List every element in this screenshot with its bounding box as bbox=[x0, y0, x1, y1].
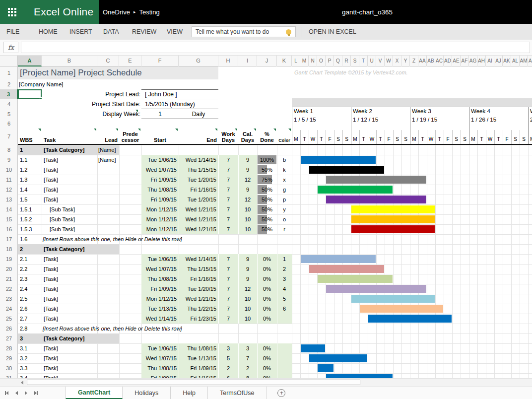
cell-start-15[interactable]: Mon 1/12/15 bbox=[141, 214, 177, 224]
cell-start-14[interactable]: Mon 1/12/15 bbox=[141, 204, 177, 214]
week-date-1[interactable]: 1 / 5 / 15 bbox=[294, 117, 348, 125]
cell-end-23[interactable]: Wed 1/21/15 bbox=[179, 294, 216, 304]
cell-color-12[interactable]: g bbox=[277, 185, 292, 195]
cell-task-27[interactable]: [Task Category] bbox=[44, 333, 97, 343]
cell-workdays-9[interactable]: 7 bbox=[218, 155, 238, 165]
column-header-AE[interactable]: AE bbox=[452, 56, 461, 66]
cell-workdays-12[interactable]: 7 bbox=[218, 185, 238, 195]
cell-workdays-28[interactable]: 3 bbox=[218, 343, 238, 353]
cell-caldays-16[interactable]: 10 bbox=[238, 224, 257, 234]
cell-wbs-19[interactable]: 2.1 bbox=[20, 254, 42, 264]
cell-color-9[interactable]: b bbox=[277, 155, 292, 165]
cell-start-20[interactable]: Wed 1/07/15 bbox=[141, 264, 177, 274]
row-header-11[interactable]: 11 bbox=[0, 175, 18, 185]
cell-workdays-23[interactable]: 7 bbox=[218, 294, 238, 304]
cell-caldays-30[interactable]: 2 bbox=[238, 363, 257, 373]
row-header-8[interactable]: 8 bbox=[0, 145, 18, 155]
cell-start-23[interactable]: Mon 1/12/15 bbox=[141, 294, 177, 304]
cell-start-16[interactable]: Mon 1/12/15 bbox=[141, 224, 177, 234]
cell-start-30[interactable]: Thu 1/08/15 bbox=[141, 363, 177, 373]
cell-caldays-24[interactable]: 10 bbox=[238, 304, 257, 314]
cell-workdays-22[interactable]: 7 bbox=[218, 284, 238, 294]
cell-caldays-9[interactable]: 9 bbox=[238, 155, 257, 165]
cell-end-20[interactable]: Thu 1/15/15 bbox=[179, 264, 216, 274]
day-letter-cell[interactable]: M bbox=[410, 135, 418, 144]
cell-color-21[interactable]: 3 bbox=[277, 274, 292, 284]
cell-start-25[interactable]: Wed 1/14/15 bbox=[141, 314, 177, 324]
row-header-6[interactable]: 6 bbox=[0, 119, 18, 128]
day-letter-cell[interactable]: M bbox=[351, 135, 359, 144]
cell-workdays-11[interactable]: 7 bbox=[218, 175, 238, 185]
row-header-3[interactable]: 3 bbox=[0, 89, 18, 99]
column-header-P[interactable]: P bbox=[326, 56, 334, 66]
menu-data[interactable]: DATA bbox=[103, 24, 119, 40]
cell-caldays-22[interactable]: 12 bbox=[238, 284, 257, 294]
day-letter-cell[interactable]: S bbox=[401, 135, 410, 144]
table-header-end[interactable]: End bbox=[180, 128, 217, 144]
cell-wbs-9[interactable]: 1.1 bbox=[20, 155, 42, 165]
cell-done-31[interactable]: 0% bbox=[257, 373, 277, 378]
fill-handle[interactable] bbox=[40, 97, 42, 100]
cell-lead-8[interactable]: [Name] bbox=[98, 145, 120, 155]
cell-task-24[interactable]: [Task] bbox=[44, 304, 96, 314]
row-header-26[interactable]: 26 bbox=[0, 324, 18, 333]
cell-wbs-22[interactable]: 2.4 bbox=[20, 284, 42, 294]
week-label-2[interactable]: Week 2 bbox=[353, 108, 407, 116]
last-sheet-icon[interactable] bbox=[34, 391, 38, 396]
row-header-17[interactable]: 17 bbox=[0, 234, 18, 244]
cell-end-25[interactable]: Fri 1/23/15 bbox=[179, 314, 216, 324]
day-letter-cell[interactable]: M bbox=[528, 135, 532, 144]
cell-start-28[interactable]: Tue 1/06/15 bbox=[141, 343, 177, 353]
sheet-tab-holidays[interactable]: Holidays bbox=[123, 387, 171, 399]
cell-end-19[interactable]: Wed 1/14/15 bbox=[179, 254, 216, 264]
row-header-20[interactable]: 20 bbox=[0, 264, 18, 274]
column-header-R[interactable]: R bbox=[342, 56, 351, 66]
search-input[interactable] bbox=[192, 27, 286, 36]
column-header-M[interactable]: M bbox=[300, 56, 309, 66]
display-week-value-cell[interactable]: 1 bbox=[141, 109, 179, 119]
day-letter-cell[interactable]: M bbox=[469, 135, 477, 144]
cell-start-9[interactable]: Tue 1/06/15 bbox=[141, 155, 177, 165]
day-letter-cell[interactable]: T bbox=[435, 135, 444, 144]
day-letter-cell[interactable]: S bbox=[520, 135, 528, 144]
formula-input[interactable] bbox=[21, 42, 530, 53]
next-sheet-icon[interactable] bbox=[25, 391, 27, 396]
week-label-5[interactable]: Week 5 bbox=[530, 108, 532, 116]
column-header-Z[interactable]: Z bbox=[410, 56, 418, 66]
cell-wbs-29[interactable]: 3.2 bbox=[20, 353, 42, 363]
cell-done-23[interactable]: 0% bbox=[257, 294, 277, 304]
cell-caldays-28[interactable]: 3 bbox=[238, 343, 257, 353]
cell-caldays-29[interactable]: 7 bbox=[238, 353, 257, 363]
cell-wbs-18[interactable]: 2 bbox=[20, 244, 42, 254]
row-header-7[interactable]: 7 bbox=[0, 128, 18, 145]
cell-workdays-24[interactable]: 7 bbox=[218, 304, 238, 314]
week-date-2[interactable]: 1 / 12 / 15 bbox=[353, 117, 407, 125]
field-value-0[interactable]: [ John Doe ] bbox=[145, 89, 224, 99]
row-header-2[interactable]: 2 bbox=[0, 79, 18, 89]
row-header-27[interactable]: 27 bbox=[0, 333, 18, 343]
column-header-S[interactable]: S bbox=[351, 56, 359, 66]
cell-task-12[interactable]: [Task] bbox=[44, 185, 96, 195]
column-header-G[interactable]: G bbox=[179, 56, 218, 66]
cell-task-14[interactable]: [Sub Task] bbox=[50, 204, 102, 214]
row-header-13[interactable]: 13 bbox=[0, 195, 18, 204]
day-letter-cell[interactable]: S bbox=[452, 135, 461, 144]
menu-review[interactable]: REVIEW bbox=[132, 24, 156, 40]
row-header-10[interactable]: 10 bbox=[0, 165, 18, 175]
day-letter-cell[interactable]: M bbox=[292, 135, 300, 144]
cell-wbs-28[interactable]: 3.1 bbox=[20, 343, 42, 353]
column-header-AJ[interactable]: AJ bbox=[494, 56, 503, 66]
cell-end-24[interactable]: Thu 1/22/15 bbox=[179, 304, 216, 314]
cell-workdays-31[interactable]: 6 bbox=[218, 373, 238, 378]
week-label-3[interactable]: Week 3 bbox=[412, 108, 466, 116]
cell-task-28[interactable]: [Task] bbox=[44, 343, 96, 353]
cell-color-20[interactable]: 2 bbox=[277, 264, 292, 274]
cell-color-11[interactable]: x bbox=[277, 175, 292, 185]
cell-workdays-10[interactable]: 7 bbox=[218, 165, 238, 175]
column-header-AA[interactable]: AA bbox=[418, 56, 427, 66]
display-mode-cell[interactable]: Daily bbox=[179, 109, 218, 119]
cell-start-29[interactable]: Wed 1/07/15 bbox=[141, 353, 177, 363]
cell-task-9[interactable]: [Task] bbox=[44, 155, 96, 165]
cell-wbs-10[interactable]: 1.2 bbox=[20, 165, 42, 175]
cell-wbs-24[interactable]: 2.6 bbox=[20, 304, 42, 314]
